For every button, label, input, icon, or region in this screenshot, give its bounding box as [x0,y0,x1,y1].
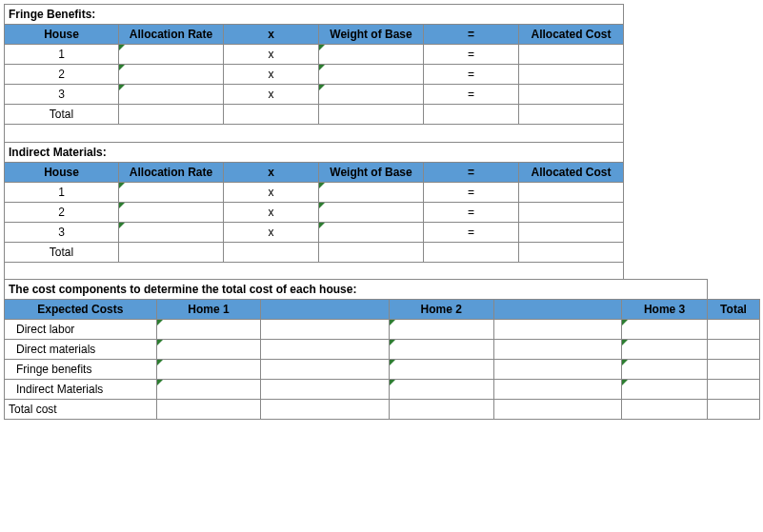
col-rate: Allocation Rate [119,25,224,45]
x-label: x [224,65,319,85]
eq-label: = [424,85,519,105]
cost-cell [519,65,624,85]
weight-input[interactable] [319,182,424,202]
col-expected: Expected Costs [5,300,157,320]
weight-input[interactable] [319,65,424,85]
rate-input[interactable] [119,45,224,65]
eq-label: = [424,182,519,202]
col-total: Total [708,300,760,320]
house-number: 2 [5,65,119,85]
cost-cell [519,182,624,202]
eq-label: = [424,65,519,85]
x-label: x [224,182,319,202]
col-home2: Home 2 [389,300,493,320]
col-house: House [5,162,119,182]
col-cost: Allocated Cost [519,162,624,182]
weight-input[interactable] [319,222,424,242]
col-eq: = [424,25,519,45]
col-rate: Allocation Rate [119,162,224,182]
components-row: Direct labor [5,320,760,340]
weight-input[interactable] [319,202,424,222]
house-number: 3 [5,222,119,242]
fringe-title: Fringe Benefits: [5,5,624,25]
house-number: 1 [5,182,119,202]
cost-cell [519,85,624,105]
components-row: Fringe benefits [5,360,760,380]
home2-input[interactable] [389,320,493,340]
x-label: x [224,222,319,242]
col-eq: = [424,162,519,182]
house-number: 3 [5,85,119,105]
row-label: Indirect Materials [5,380,157,400]
indirect-title: Indirect Materials: [5,142,624,162]
home3-input[interactable] [622,320,708,340]
home1-input[interactable] [156,320,261,340]
col-x: x [224,162,319,182]
eq-label: = [424,222,519,242]
home1-input[interactable] [156,340,261,360]
home3-input[interactable] [622,340,708,360]
total-cost-label: Total cost [5,400,157,420]
x-label: x [224,85,319,105]
col-x: x [224,25,319,45]
home1-input[interactable] [156,380,261,400]
eq-label: = [424,202,519,222]
cost-cell [519,202,624,222]
fringe-benefits-table: Fringe Benefits: House Allocation Rate x… [4,4,760,142]
col-home1: Home 1 [156,300,261,320]
cost-components-table: The cost components to determine the tot… [4,279,760,420]
home2-input[interactable] [389,360,493,380]
col-cost: Allocated Cost [519,25,624,45]
home3-input[interactable] [622,380,708,400]
col-home3: Home 3 [622,300,708,320]
rate-input[interactable] [119,65,224,85]
weight-input[interactable] [319,85,424,105]
home1-input[interactable] [156,360,261,380]
rate-input[interactable] [119,222,224,242]
components-row: Indirect Materials [5,380,760,400]
eq-label: = [424,45,519,65]
total-label: Total [5,105,119,125]
components-title: The cost components to determine the tot… [5,280,708,300]
house-number: 2 [5,202,119,222]
row-label: Direct labor [5,320,157,340]
cost-cell [519,222,624,242]
components-total-row: Total cost [5,400,760,420]
row-label: Fringe benefits [5,360,157,380]
x-label: x [224,202,319,222]
cost-cell [519,45,624,65]
row-label: Direct materials [5,340,157,360]
rate-input[interactable] [119,182,224,202]
components-row: Direct materials [5,340,760,360]
house-number: 1 [5,45,119,65]
indirect-materials-table: Indirect Materials: House Allocation Rat… [4,142,760,280]
rate-input[interactable] [119,85,224,105]
weight-input[interactable] [319,45,424,65]
col-weight: Weight of Base [319,25,424,45]
col-house: House [5,25,119,45]
home3-input[interactable] [622,360,708,380]
total-label: Total [5,242,119,262]
x-label: x [224,45,319,65]
col-weight: Weight of Base [319,162,424,182]
home2-input[interactable] [389,380,493,400]
home2-input[interactable] [389,340,493,360]
rate-input[interactable] [119,202,224,222]
